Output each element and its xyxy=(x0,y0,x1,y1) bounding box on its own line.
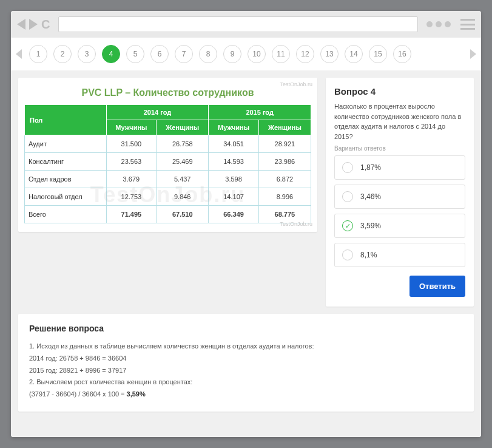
column-header-gender: Пол xyxy=(25,105,107,135)
cell: 25.469 xyxy=(157,153,209,171)
solution-line: 2014 год: 26758 + 9846 = 36604 xyxy=(29,353,463,365)
row-label-total: Всего xyxy=(25,206,107,223)
option-label: 3,46% xyxy=(360,192,381,201)
window-dots xyxy=(426,21,451,27)
page-button-13[interactable]: 13 xyxy=(320,45,339,63)
cell: 8.996 xyxy=(258,188,311,206)
row-label: Налоговый отдел xyxy=(25,188,107,206)
table-row: Налоговый отдел12.7539.84614.1078.996 xyxy=(25,188,311,206)
cell: 34.051 xyxy=(209,135,259,153)
column-header-w1: Женщины xyxy=(157,120,209,135)
page-button-9[interactable]: 9 xyxy=(223,45,241,63)
option-label: 3,59% xyxy=(360,222,381,230)
table-row: Аудит31.50026.75834.05128.921 xyxy=(25,135,311,153)
solution-result: 3,59% xyxy=(127,390,146,398)
page-button-1[interactable]: 1 xyxy=(29,45,47,63)
pagination-bar: 12345678910111213141516 xyxy=(11,38,481,70)
question-panel: Вопрос 4 Насколько в процентах выросло к… xyxy=(326,78,474,307)
page-button-14[interactable]: 14 xyxy=(345,45,363,63)
page-button-6[interactable]: 6 xyxy=(150,45,169,63)
cell: 23.563 xyxy=(106,153,157,171)
cell: 26.758 xyxy=(157,135,209,153)
cell: 3.679 xyxy=(106,171,157,188)
page-body: 12345678910111213141516 TestOnJob.ru PVC… xyxy=(11,38,481,437)
page-button-10[interactable]: 10 xyxy=(248,45,266,63)
variants-label: Варианты ответов xyxy=(334,145,465,152)
table-row-total: Всего71.49567.51066.34968.775 xyxy=(25,206,311,223)
employee-table-card: TestOnJob.ru PVC LLP – Количество сотруд… xyxy=(18,78,317,232)
cell: 14.593 xyxy=(209,153,259,171)
cell: 67.510 xyxy=(157,206,209,223)
table-row: Отдел кадров3.6795.4373.5986.872 xyxy=(25,171,311,188)
cell: 23.986 xyxy=(258,153,311,171)
column-header-year1: 2014 год xyxy=(106,105,209,120)
pager-prev-icon[interactable] xyxy=(16,49,22,59)
solution-line: (37917 - 36604) / 36604 x 100 = 3,59% xyxy=(29,389,463,401)
cell: 71.495 xyxy=(106,206,157,223)
radio-icon xyxy=(342,191,353,202)
employee-table: Пол 2014 год 2015 год Мужчины Женщины Му… xyxy=(24,104,311,223)
page-button-2[interactable]: 2 xyxy=(53,45,72,63)
page-button-5[interactable]: 5 xyxy=(126,45,144,63)
url-bar[interactable] xyxy=(58,16,418,32)
column-header-m1: Мужчины xyxy=(106,120,157,135)
pagination-list: 12345678910111213141516 xyxy=(27,45,465,63)
option-label: 8,1% xyxy=(360,251,377,259)
cell: 12.753 xyxy=(106,188,157,206)
row-label: Аудит xyxy=(25,135,107,153)
watermark-small-br: TestOnJob.ru xyxy=(280,221,312,227)
solution-line: 1. Исходя из данных в таблице вычисляем … xyxy=(29,341,463,353)
window-dot xyxy=(426,21,433,27)
cell: 28.921 xyxy=(258,135,311,153)
answer-option[interactable]: 3,59% xyxy=(334,214,465,238)
solution-line: 2015 год: 28921 + 8996 = 37917 xyxy=(29,365,463,377)
cell: 31.500 xyxy=(106,135,157,153)
cell: 14.107 xyxy=(209,188,259,206)
cell: 5.437 xyxy=(157,171,209,188)
radio-icon xyxy=(342,162,353,173)
solution-expr: (37917 - 36604) / 36604 x 100 = xyxy=(29,390,127,398)
row-label: Отдел кадров xyxy=(25,171,107,188)
nav-reload-icon[interactable]: C xyxy=(41,18,50,30)
window-dot xyxy=(445,21,451,27)
page-button-8[interactable]: 8 xyxy=(199,45,217,63)
nav-back-icon[interactable] xyxy=(17,19,25,30)
pager-next-icon[interactable] xyxy=(470,49,476,59)
table-title: PVC LLP – Количество сотрудников xyxy=(24,87,311,98)
question-text: Насколько в процентах выросло количество… xyxy=(334,101,465,141)
option-label: 1,87% xyxy=(360,163,381,172)
menu-icon[interactable] xyxy=(460,19,475,30)
answer-option[interactable]: 1,87% xyxy=(334,155,465,180)
solution-body: 1. Исходя из данных в таблице вычисляем … xyxy=(29,341,463,401)
column-header-m2: Мужчины xyxy=(209,120,259,135)
browser-topbar: C xyxy=(11,11,481,38)
watermark-small: TestOnJob.ru xyxy=(280,81,312,87)
page-button-7[interactable]: 7 xyxy=(175,45,193,63)
solution-line: 2. Вычисляем рост количества женщин в пр… xyxy=(29,376,463,389)
page-button-12[interactable]: 12 xyxy=(296,45,314,63)
page-button-3[interactable]: 3 xyxy=(78,45,96,63)
cell: 66.349 xyxy=(209,206,259,223)
answer-button[interactable]: Ответить xyxy=(409,276,465,297)
column-header-w2: Женщины xyxy=(258,120,311,135)
table-row: Консалтинг23.56325.46914.59323.986 xyxy=(25,153,311,171)
page-button-15[interactable]: 15 xyxy=(369,45,387,63)
question-title: Вопрос 4 xyxy=(334,86,465,97)
answer-option[interactable]: 3,46% xyxy=(334,185,465,209)
row-label: Консалтинг xyxy=(25,153,107,171)
nav-forward-icon[interactable] xyxy=(29,19,38,30)
page-button-4[interactable]: 4 xyxy=(102,45,120,63)
page-button-16[interactable]: 16 xyxy=(393,45,411,63)
cell: 9.846 xyxy=(157,188,209,206)
page-button-11[interactable]: 11 xyxy=(272,45,290,63)
browser-frame: C 12345678910111213141516 TestOnJob.ru P… xyxy=(11,11,481,437)
column-header-year2: 2015 год xyxy=(209,105,311,120)
solution-title: Решение вопроса xyxy=(29,324,463,333)
radio-icon xyxy=(342,249,353,260)
cell: 6.872 xyxy=(258,171,311,188)
cell: 3.598 xyxy=(209,171,259,188)
answer-option[interactable]: 8,1% xyxy=(334,243,465,267)
radio-icon xyxy=(342,220,353,231)
solution-panel: Решение вопроса 1. Исходя из данных в та… xyxy=(18,314,474,412)
window-dot xyxy=(436,21,442,27)
